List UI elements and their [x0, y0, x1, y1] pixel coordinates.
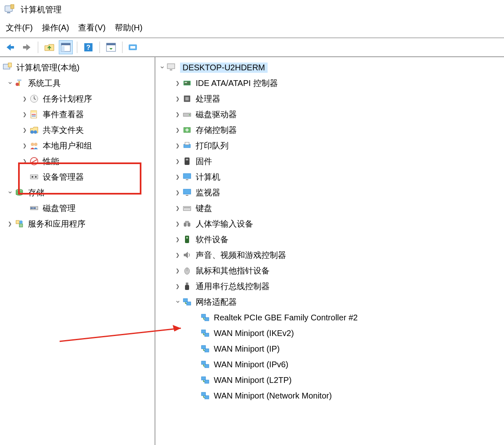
tree-system-tools[interactable]: 系统工具 — [0, 75, 155, 91]
cat-computer[interactable]: 计算机 — [155, 169, 504, 185]
cat-network[interactable]: 网络适配器 — [155, 294, 504, 310]
help-button[interactable]: ? — [81, 40, 95, 54]
refresh-button[interactable] — [104, 40, 118, 54]
tree-performance[interactable]: 性能 — [0, 153, 155, 169]
chevron-right-icon[interactable] — [173, 282, 182, 290]
chevron-right-icon[interactable] — [21, 126, 29, 134]
cat-usb[interactable]: 通用串行总线控制器 — [155, 278, 504, 294]
cat-mouse[interactable]: 鼠标和其他指针设备 — [155, 263, 504, 278]
speaker-icon — [182, 250, 192, 260]
cat-hid[interactable]: 人体学输入设备 — [155, 216, 504, 232]
local-users-label: 本地用户和组 — [43, 140, 92, 151]
chevron-right-icon[interactable] — [6, 220, 14, 228]
svg-rect-72 — [201, 314, 206, 318]
cat-print-queue[interactable]: 打印队列 — [155, 138, 504, 153]
chevron-right-icon[interactable] — [21, 157, 29, 165]
clock-icon — [29, 93, 39, 104]
chevron-right-icon[interactable] — [173, 251, 182, 259]
tree-root[interactable]: 计算机管理(本地) — [0, 60, 155, 75]
cat-software-dev[interactable]: 软件设备 — [155, 232, 504, 247]
chevron-right-icon[interactable] — [173, 235, 182, 243]
cat-ide[interactable]: IDE ATA/ATAPI 控制器 — [155, 75, 504, 91]
svg-rect-71 — [187, 302, 191, 305]
tree-device-manager[interactable]: 设备管理器 — [0, 169, 155, 185]
chevron-right-icon[interactable] — [21, 110, 29, 118]
svg-rect-20 — [31, 111, 37, 113]
adapter-item[interactable]: WAN Miniport (Network Monitor) — [155, 388, 504, 403]
tree-disk-management[interactable]: 磁盘管理 — [0, 200, 155, 216]
toolbar-separator — [99, 42, 100, 53]
chevron-right-icon[interactable] — [173, 267, 182, 275]
svg-rect-76 — [201, 345, 206, 349]
cat-monitor[interactable]: 监视器 — [155, 185, 504, 200]
svg-rect-59 — [188, 207, 189, 208]
menu-file[interactable]: 文件(F) — [6, 22, 33, 33]
adapter-item[interactable]: WAN Miniport (L2TP) — [155, 372, 504, 388]
cat-ide-label: IDE ATA/ATAPI 控制器 — [196, 78, 278, 89]
tree-event-viewer[interactable]: 事件查看器 — [0, 107, 155, 122]
cat-keyboard[interactable]: 键盘 — [155, 200, 504, 216]
svg-rect-58 — [187, 207, 187, 208]
svg-rect-4 — [23, 46, 27, 49]
svg-rect-34 — [33, 207, 36, 209]
menu-view[interactable]: 查看(V) — [78, 22, 106, 33]
svg-rect-30 — [35, 176, 37, 178]
menu-help[interactable]: 帮助(H) — [115, 22, 143, 33]
up-folder-button[interactable] — [42, 40, 56, 54]
cat-storage-ctrl[interactable]: 存储控制器 — [155, 122, 504, 138]
tree-storage[interactable]: 存储 — [0, 185, 155, 200]
svg-point-37 — [19, 220, 23, 224]
chevron-right-icon[interactable] — [173, 188, 182, 197]
tools-icon — [14, 78, 25, 88]
menu-action[interactable]: 操作(A) — [42, 22, 69, 33]
cat-firmware[interactable]: 固件 — [155, 153, 504, 169]
adapter-item[interactable]: Realtek PCIe GBE Family Controller #2 — [155, 310, 504, 325]
chevron-right-icon[interactable] — [173, 79, 182, 87]
task-scheduler-label: 任务计划程序 — [43, 93, 92, 104]
chevron-right-icon[interactable] — [21, 95, 29, 103]
properties-button[interactable] — [59, 40, 73, 54]
svg-rect-53 — [183, 189, 191, 194]
cat-cpu-label: 处理器 — [196, 93, 220, 104]
forward-button[interactable] — [20, 40, 34, 54]
cat-sound[interactable]: 声音、视频和游戏控制器 — [155, 247, 504, 263]
chevron-down-icon[interactable] — [6, 188, 14, 197]
svg-rect-57 — [185, 207, 186, 208]
adapter-item[interactable]: WAN Miniport (IP) — [155, 341, 504, 357]
svg-rect-22 — [32, 116, 36, 116]
adapter-item[interactable]: WAN Miniport (IKEv2) — [155, 325, 504, 341]
keyboard-icon — [182, 203, 192, 213]
cat-storage-ctrl-label: 存储控制器 — [196, 125, 237, 136]
tree-local-users[interactable]: 本地用户和组 — [0, 138, 155, 153]
storage-icon — [14, 187, 25, 198]
device-root[interactable]: DESKTOP-U2HDERM — [155, 60, 504, 75]
storage-label: 存储 — [28, 187, 44, 198]
cat-cpu[interactable]: 处理器 — [155, 91, 504, 107]
back-button[interactable] — [3, 40, 17, 54]
chevron-down-icon[interactable] — [158, 63, 166, 72]
toolbar-separator — [122, 42, 123, 53]
show-hide-button[interactable] — [127, 40, 141, 54]
adapter-item[interactable]: WAN Miniport (IPv6) — [155, 357, 504, 372]
adapter-label: WAN Miniport (IPv6) — [214, 360, 289, 369]
services-icon — [14, 218, 25, 229]
tree-task-scheduler[interactable]: 任务计划程序 — [0, 91, 155, 107]
chevron-right-icon[interactable] — [173, 110, 182, 118]
tree-services-apps[interactable]: 服务和应用程序 — [0, 216, 155, 232]
chevron-right-icon[interactable] — [173, 141, 182, 150]
chevron-down-icon[interactable] — [6, 79, 14, 87]
cat-disk[interactable]: 磁盘驱动器 — [155, 107, 504, 122]
svg-point-25 — [31, 143, 34, 146]
tree-shared-folders[interactable]: 共享文件夹 — [0, 122, 155, 138]
chevron-right-icon[interactable] — [173, 173, 182, 181]
chevron-right-icon[interactable] — [173, 220, 182, 228]
chevron-right-icon[interactable] — [21, 141, 29, 150]
chevron-down-icon[interactable] — [173, 298, 182, 306]
nic-icon — [200, 312, 210, 323]
chevron-right-icon[interactable] — [173, 157, 182, 165]
svg-text:?: ? — [86, 44, 90, 51]
chevron-right-icon[interactable] — [173, 95, 182, 103]
chevron-right-icon[interactable] — [173, 204, 182, 212]
chevron-right-icon[interactable] — [173, 126, 182, 134]
svg-rect-43 — [185, 97, 189, 100]
